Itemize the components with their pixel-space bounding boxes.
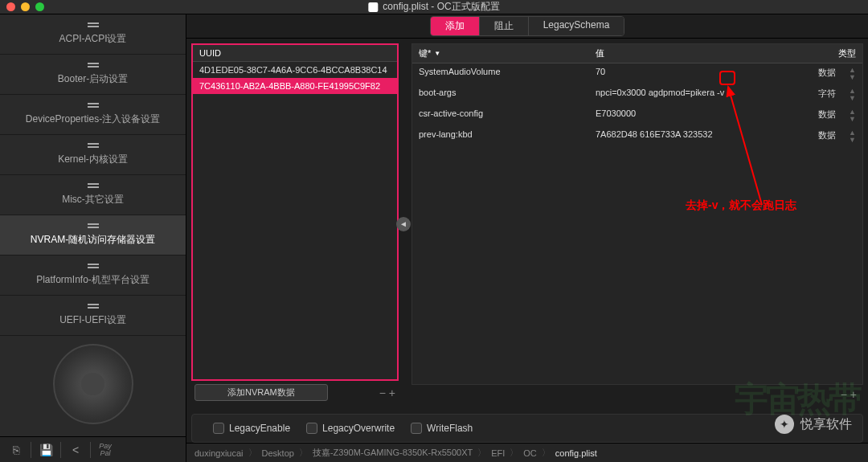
- table-row[interactable]: boot-args npci=0x3000 agdpmod=pikera -v …: [412, 84, 862, 105]
- traffic-lights: [6, 2, 44, 11]
- sidebar: ACPI-ACPI设置 Booter-启动设置 DeviceProperties…: [0, 14, 186, 462]
- sidebar-item-uefi[interactable]: UEFI-UEFI设置: [0, 296, 186, 336]
- dial-control[interactable]: [33, 340, 154, 428]
- table-row[interactable]: csr-active-config E7030000 数据 ▲▼: [412, 105, 862, 126]
- stepper-icon[interactable]: ▲▼: [842, 107, 862, 125]
- breadcrumb-item[interactable]: EFI: [491, 448, 505, 458]
- titlebar: config.plist - OC正式版配置: [0, 0, 868, 14]
- list-icon: [88, 22, 99, 29]
- export-icon[interactable]: ⎘: [3, 440, 29, 460]
- chevron-down-icon[interactable]: ▼: [434, 50, 440, 57]
- list-icon: [88, 103, 99, 109]
- share-icon[interactable]: <: [63, 440, 88, 460]
- stepper-icon[interactable]: ▲▼: [842, 65, 862, 83]
- sidebar-item-misc[interactable]: Misc-其它设置: [0, 175, 186, 215]
- annotation-text: 去掉-v，就不会跑日志: [686, 198, 796, 213]
- uuid-header: UUID: [193, 45, 397, 62]
- uuid-panel: UUID 4D1EDE05-38C7-4A6A-9CC6-4BCCA8B38C1…: [186, 39, 403, 409]
- breadcrumb-item[interactable]: config.plist: [555, 448, 597, 458]
- table-header: 键*▼ 值 类型: [412, 44, 862, 63]
- tab-bar: 添加 阻止 LegacySchema: [186, 14, 868, 39]
- sidebar-item-platforminfo[interactable]: PlatformInfo-机型平台设置: [0, 256, 186, 296]
- table-row[interactable]: prev-lang:kbd 7A682D48 616E733A 323532 数…: [412, 126, 862, 147]
- tab-block[interactable]: 阻止: [480, 17, 529, 35]
- sidebar-item-acpi[interactable]: ACPI-ACPI设置: [0, 14, 186, 55]
- stepper-icon[interactable]: ▲▼: [842, 128, 862, 145]
- paypal-button[interactable]: PayPal: [92, 440, 118, 460]
- table-row[interactable]: SystemAudioVolume 70 数据 ▲▼: [412, 63, 862, 84]
- minus-button[interactable]: −: [379, 386, 386, 399]
- list-icon: [88, 264, 99, 270]
- document-icon: [368, 2, 378, 12]
- maximize-window-button[interactable]: [35, 2, 44, 11]
- uuid-row[interactable]: 7C436110-AB2A-4BBB-A880-FE41995C9F82: [193, 78, 397, 94]
- minimize-window-button[interactable]: [21, 2, 30, 11]
- sidebar-item-nvram[interactable]: NVRAM-随机访问存储器设置: [0, 215, 186, 256]
- add-nvram-button[interactable]: 添加NVRAM数据: [194, 384, 328, 401]
- breadcrumb-item[interactable]: Desktop: [262, 448, 294, 458]
- sidebar-item-kernel[interactable]: Kernel-内核设置: [0, 135, 186, 175]
- list-icon: [88, 143, 99, 149]
- sidebar-item-deviceproperties[interactable]: DeviceProperties-注入设备设置: [0, 95, 186, 135]
- list-icon: [88, 304, 99, 310]
- tab-legacyschema[interactable]: LegacySchema: [529, 17, 624, 35]
- breadcrumb: duxingxiucai〉 Desktop〉 技嘉-Z390M-GAMING-8…: [186, 443, 868, 462]
- checkbox-legacyenable[interactable]: LegacyEnable: [213, 423, 290, 434]
- tab-add[interactable]: 添加: [431, 17, 480, 35]
- bottom-toolbar: ⎘ 💾 < PayPal: [0, 436, 186, 462]
- stepper-icon[interactable]: ▲▼: [842, 86, 862, 104]
- sidebar-item-booter[interactable]: Booter-启动设置: [0, 55, 186, 95]
- list-icon: [88, 183, 99, 190]
- list-icon: [88, 63, 99, 69]
- data-table-panel: 键*▼ 值 类型 SystemAudioVolume 70 数据 ▲▼ boot…: [403, 39, 868, 409]
- list-icon: [88, 223, 99, 230]
- checkbox-writeflash[interactable]: WriteFlash: [411, 423, 473, 434]
- window-title: config.plist - OC正式版配置: [368, 0, 499, 14]
- breadcrumb-item[interactable]: duxingxiucai: [194, 448, 244, 458]
- checkbox-legacyoverwrite[interactable]: LegacyOverwrite: [306, 423, 395, 434]
- breadcrumb-item[interactable]: 技嘉-Z390M-GAMING-8350K-Rx5500XT: [313, 447, 473, 459]
- watermark: ✦ 悦享软件: [775, 415, 852, 434]
- wechat-icon: ✦: [775, 415, 794, 434]
- collapse-panel-button[interactable]: ◄: [396, 217, 411, 231]
- plus-button[interactable]: +: [389, 386, 395, 399]
- save-icon[interactable]: 💾: [33, 440, 59, 460]
- breadcrumb-item[interactable]: OC: [523, 448, 537, 458]
- close-window-button[interactable]: [6, 2, 15, 11]
- uuid-row[interactable]: 4D1EDE05-38C7-4A6A-9CC6-4BCCA8B38C14: [193, 62, 397, 78]
